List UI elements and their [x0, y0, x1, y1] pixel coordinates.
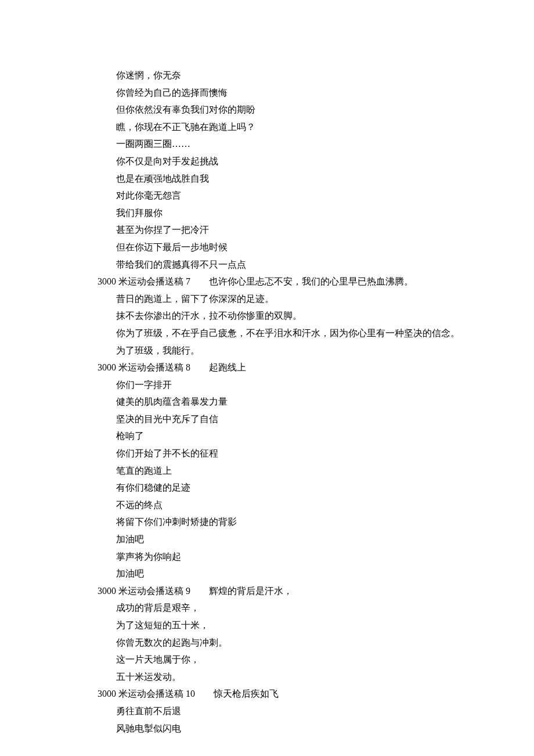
- text-line: 抹不去你渗出的汗水，拉不动你惨重的双脚。: [98, 307, 460, 325]
- heading-gap: [190, 582, 209, 600]
- text-line: 对此你毫无怨言: [98, 187, 460, 204]
- text-line: 一圈两圈三圈……: [98, 135, 460, 153]
- text-line: 你迷惘，你无奈: [98, 67, 460, 84]
- section-9: 3000 米运动会播送稿 9 辉煌的背后是汗水， 成功的背后是艰辛， 为了这短短…: [98, 582, 460, 686]
- heading-lead: 起跑线上: [209, 359, 246, 376]
- section-heading: 3000 米运动会播送稿 8 起跑线上: [98, 359, 460, 376]
- text-line: 将留下你们冲刺时矫捷的背影: [98, 513, 460, 531]
- text-line: 有你们稳健的足迹: [98, 479, 460, 496]
- text-line: 不远的终点: [98, 496, 460, 514]
- text-line: 甚至为你捏了一把冷汗: [98, 221, 460, 239]
- text-line: 掌声将为你响起: [98, 548, 460, 566]
- text-line: 你为了班级，不在乎自己疲惫，不在乎泪水和汗水，因为你心里有一种坚决的信念。: [98, 325, 460, 342]
- text-line: 你曾经为自己的选择而懊悔: [98, 84, 460, 102]
- heading-label: 3000 米运动会播送稿 10: [98, 685, 195, 703]
- heading-gap: [190, 359, 209, 376]
- section-heading: 3000 米运动会播送稿 10 惊天枪后疾如飞: [98, 685, 460, 703]
- text-line: 枪响了: [98, 427, 460, 445]
- heading-gap: [190, 273, 209, 290]
- heading-label: 3000 米运动会播送稿 8: [98, 359, 190, 376]
- text-line: 五十米运发动。: [98, 668, 460, 686]
- text-line: 我们拜服你: [98, 204, 460, 222]
- heading-label: 3000 米运动会播送稿 7: [98, 273, 190, 290]
- text-line: 加油吧: [98, 565, 460, 582]
- heading-lead: 也许你心里忐忑不安，我们的心里早已热血沸腾。: [209, 273, 413, 290]
- text-line: 昔日的跑道上，留下了你深深的足迹。: [98, 290, 460, 308]
- section-10: 3000 米运动会播送稿 10 惊天枪后疾如飞 勇往直前不后退 风驰电掣似闪电: [98, 685, 460, 737]
- text-line: 勇往直前不后退: [98, 703, 460, 720]
- text-line: 健美的肌肉蕴含着暴发力量: [98, 393, 460, 411]
- text-line: 你们开始了并不长的征程: [98, 445, 460, 462]
- text-line: 你们一字排开: [98, 376, 460, 394]
- heading-lead: 辉煌的背后是汗水，: [209, 582, 293, 600]
- text-line: 你不仅是向对手发起挑战: [98, 153, 460, 170]
- heading-label: 3000 米运动会播送稿 9: [98, 582, 190, 600]
- heading-gap: [195, 685, 214, 703]
- text-line: 为了这短短的五十米，: [98, 617, 460, 634]
- text-line: 但在你迈下最后一步地时候: [98, 239, 460, 256]
- text-line: 带给我们的震撼真得不只一点点: [98, 256, 460, 273]
- section-7: 3000 米运动会播送稿 7 也许你心里忐忑不安，我们的心里早已热血沸腾。 昔日…: [98, 273, 460, 359]
- text-line: 加油吧: [98, 531, 460, 548]
- text-line: 这一片天地属于你，: [98, 651, 460, 668]
- section-heading: 3000 米运动会播送稿 9 辉煌的背后是汗水，: [98, 582, 460, 600]
- text-line: 也是在顽强地战胜自我: [98, 170, 460, 188]
- text-line: 你曾无数次的起跑与冲刺。: [98, 634, 460, 651]
- section-8: 3000 米运动会播送稿 8 起跑线上 你们一字排开 健美的肌肉蕴含着暴发力量 …: [98, 359, 460, 582]
- text-line: 为了班级，我能行。: [98, 342, 460, 359]
- heading-lead: 惊天枪后疾如飞: [214, 685, 279, 703]
- text-line: 坚决的目光中充斥了自信: [98, 411, 460, 428]
- section-heading: 3000 米运动会播送稿 7 也许你心里忐忑不安，我们的心里早已热血沸腾。: [98, 273, 460, 290]
- text-line: 成功的背后是艰辛，: [98, 599, 460, 617]
- text-line: 风驰电掣似闪电: [98, 720, 460, 737]
- text-line: 瞧，你现在不正飞驰在跑道上吗？: [98, 118, 460, 136]
- block-a: 你迷惘，你无奈 你曾经为自己的选择而懊悔 但你依然没有辜负我们对你的期盼 瞧，你…: [98, 67, 460, 273]
- text-line: 但你依然没有辜负我们对你的期盼: [98, 101, 460, 118]
- document-page: 你迷惘，你无奈 你曾经为自己的选择而懊悔 但你依然没有辜负我们对你的期盼 瞧，你…: [98, 67, 460, 737]
- text-line: 笔直的跑道上: [98, 462, 460, 480]
